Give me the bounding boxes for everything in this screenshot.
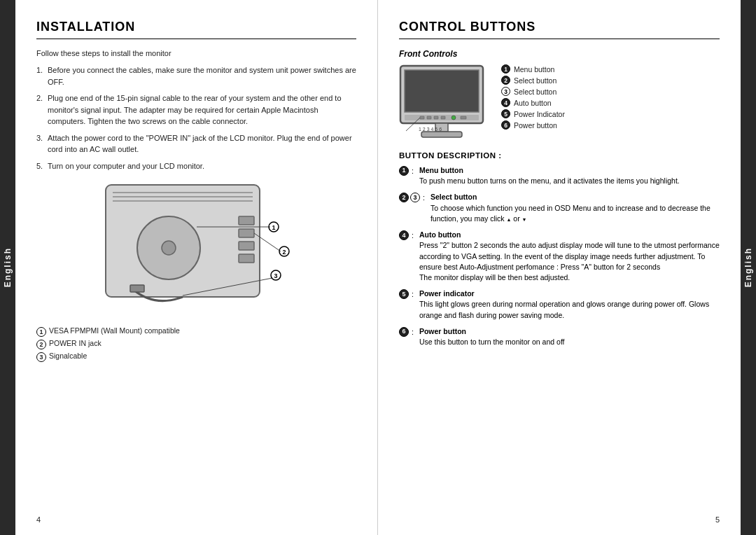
step-2-num: 2. [36, 92, 48, 127]
legend: 1 Menu button 2 Select button 3 Select b… [501, 64, 565, 132]
image-labels: 1 VESA FPMPMI (Wall Mount) compatible 2 … [36, 326, 356, 362]
svg-rect-21 [405, 70, 479, 112]
installation-page: Installation Follow these steps to insta… [15, 0, 378, 535]
installation-intro: Follow these steps to install the monito… [36, 49, 356, 57]
control-buttons-title: Control Buttons [399, 20, 720, 34]
img-label-1-text: VESA FPMPMI (Wall Mount) compatible [49, 326, 180, 335]
img-label-2: 2 POWER IN jack [36, 339, 356, 349]
step-5-num: 5. [36, 160, 48, 172]
svg-rect-9 [239, 254, 254, 263]
step-1: 1. Before you connect the cables, make s… [36, 64, 356, 88]
monitor-front-svg: 1 2 3 4 5 6 [399, 64, 490, 145]
step-5: 5. Turn on your computer and your LCD mo… [36, 160, 356, 172]
legend-5-text: Power Indicator [514, 110, 565, 118]
legend-6-text: Power button [514, 121, 557, 130]
svg-rect-28 [461, 116, 466, 119]
svg-rect-30 [421, 132, 462, 137]
legend-2: 2 Select button [501, 76, 565, 85]
svg-rect-6 [239, 216, 254, 225]
svg-text:1: 1 [272, 224, 275, 231]
desc-item-23: 2 3 : Select button To choose which func… [399, 192, 720, 224]
desc-23-title: Select button [430, 192, 720, 202]
svg-text:3: 3 [274, 272, 277, 279]
desc-circle-3: 3 [410, 193, 420, 202]
desc-item-5: 5 : Power indicator This light glows gre… [399, 289, 720, 321]
desc-item-1: 1 : Menu button To push menu button turn… [399, 165, 720, 186]
desc-circle-5: 5 [399, 289, 409, 299]
legend-1-text: Menu button [514, 65, 554, 74]
svg-rect-23 [420, 116, 424, 119]
step-3-text: Attach the power cord to the "POWER IN" … [48, 132, 356, 155]
step-3: 3. Attach the power cord to the "POWER I… [36, 132, 356, 155]
desc-5-title: Power indicator [419, 289, 720, 299]
desc-item-4: 4 : Auto button Press "2" button 2 secon… [399, 230, 720, 283]
desc-circle-1: 1 [399, 166, 409, 176]
btn-desc-title-text: Button Description : [399, 151, 502, 160]
monitor-back-image: 1 2 3 [99, 181, 295, 318]
front-controls-label: Front Controls [399, 49, 720, 59]
installation-steps: 1. Before you connect the cables, make s… [36, 64, 356, 172]
svg-rect-10 [130, 285, 144, 292]
desc-circle-4: 4 [399, 230, 409, 240]
legend-2-text: Select button [514, 76, 556, 85]
desc-5-body: This light glows green during normal ope… [419, 300, 709, 319]
step-1-text: Before you connect the cables, make sure… [48, 64, 356, 88]
front-controls-area: 1 2 3 4 5 6 1 Menu button 2 Select butto… [399, 64, 720, 141]
svg-rect-25 [434, 116, 438, 119]
right-page-number: 5 [715, 515, 720, 524]
installation-title: Installation [36, 20, 356, 34]
desc-item-6: 6 : Power button Use this button to turn… [399, 326, 720, 347]
step-5-text: Turn on your computer and your LCD monit… [48, 160, 356, 172]
step-3-num: 3. [36, 132, 48, 155]
svg-rect-7 [239, 229, 254, 237]
desc-circle-6: 6 [399, 327, 409, 337]
legend-4-text: Auto button [514, 99, 552, 107]
desc-6-body: Use this button to turn the monitor on a… [419, 338, 565, 346]
btn-desc-title: Button Description : [399, 151, 720, 160]
desc-23-body: To choose which function you need in OSD… [430, 204, 710, 223]
desc-4-title: Auto button [419, 230, 720, 240]
step-1-num: 1. [36, 64, 48, 88]
left-page-number: 4 [36, 515, 41, 524]
img-label-2-text: POWER IN jack [49, 339, 102, 347]
legend-6: 6 Power button [501, 120, 565, 130]
svg-text:1 2 3 4 5 6: 1 2 3 4 5 6 [419, 127, 442, 132]
step-2-text: Plug one end of the 15-pin signal cable … [48, 92, 356, 127]
legend-3-text: Select button [514, 88, 556, 96]
control-buttons-page: Control Buttons Front Controls [378, 0, 741, 535]
right-english-tab: English [741, 0, 756, 535]
svg-point-27 [451, 116, 456, 120]
legend-3: 3 Select button [501, 87, 565, 96]
desc-1-body: To push menu button turns on the menu, a… [419, 176, 680, 185]
svg-rect-8 [239, 242, 254, 250]
desc-6-title: Power button [419, 326, 720, 337]
svg-point-5 [162, 241, 176, 255]
right-tab-label: English [743, 247, 753, 287]
monitor-front-image: 1 2 3 4 5 6 [399, 64, 490, 141]
img-label-3-text: Signalcable [49, 352, 87, 360]
svg-rect-24 [427, 116, 431, 119]
svg-text:2: 2 [282, 249, 286, 256]
left-tab-label: English [3, 247, 13, 287]
legend-1: 1 Menu button [501, 64, 565, 74]
legend-4: 4 Auto button [501, 98, 565, 107]
desc-1-title: Menu button [419, 165, 720, 176]
img-label-3: 3 Signalcable [36, 352, 356, 362]
img-label-1: 1 VESA FPMPMI (Wall Mount) compatible [36, 326, 356, 337]
desc-4-body: Press "2" button 2 seconds the auto adju… [419, 241, 720, 282]
svg-rect-26 [441, 116, 445, 119]
legend-5: 5 Power Indicator [501, 109, 565, 118]
step-2: 2. Plug one end of the 15-pin signal cab… [36, 92, 356, 127]
left-english-tab: English [0, 0, 15, 535]
desc-circle-2: 2 [399, 193, 409, 202]
